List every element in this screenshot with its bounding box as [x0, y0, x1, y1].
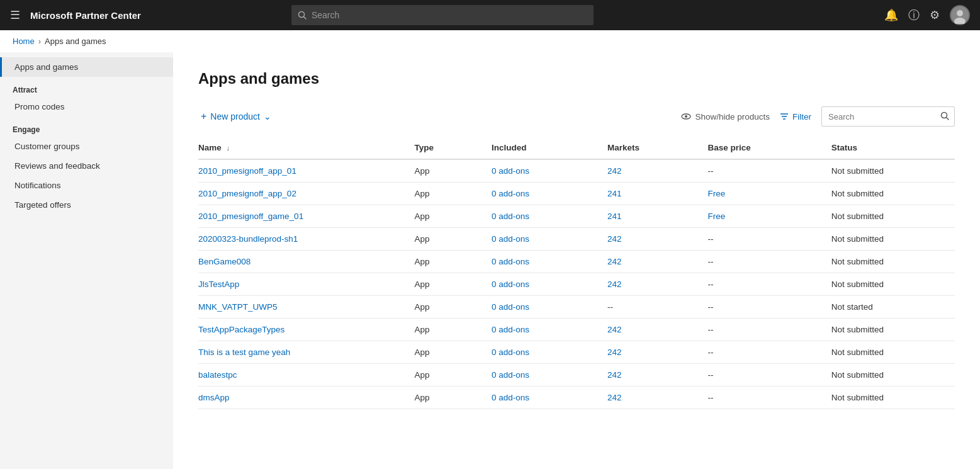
- sidebar-item-notifications[interactable]: Notifications: [0, 176, 173, 195]
- product-base-price: --: [707, 296, 831, 319]
- sidebar-item-customer-groups[interactable]: Customer groups: [0, 137, 173, 156]
- product-type: App: [414, 319, 492, 341]
- help-icon[interactable]: ⓘ: [908, 8, 920, 23]
- product-markets[interactable]: 242: [607, 228, 707, 251]
- product-name-link[interactable]: BenGame008: [198, 257, 251, 266]
- notification-bell-icon[interactable]: 🔔: [884, 8, 898, 22]
- product-base-price: Free: [707, 205, 831, 228]
- product-markets[interactable]: 242: [607, 159, 707, 183]
- hamburger-menu-icon[interactable]: ☰: [10, 8, 20, 22]
- sidebar-item-targeted-offers[interactable]: Targeted offers: [0, 195, 173, 215]
- product-status: Not submitted: [831, 387, 955, 409]
- sidebar-item-reviews-feedback[interactable]: Reviews and feedback: [0, 156, 173, 176]
- table-row: 2010_pmesignoff_app_02App0 add-ons241Fre…: [198, 183, 955, 205]
- product-included[interactable]: 0 add-ons: [492, 273, 607, 296]
- col-header-status[interactable]: Status: [831, 137, 955, 159]
- product-name-link[interactable]: 2010_pmesignoff_app_02: [198, 189, 296, 198]
- new-product-button[interactable]: + New product ⌄: [198, 107, 274, 126]
- product-markets[interactable]: 242: [607, 341, 707, 364]
- product-base-price: --: [707, 159, 831, 183]
- svg-point-6: [685, 115, 687, 118]
- product-name-link[interactable]: balatestpc: [198, 370, 237, 380]
- product-included[interactable]: 0 add-ons: [492, 183, 607, 205]
- sidebar: Apps and games Attract Promo codes Engag…: [0, 52, 173, 469]
- product-base-price: --: [707, 387, 831, 409]
- col-header-markets[interactable]: Markets: [607, 137, 707, 159]
- product-markets[interactable]: 242: [607, 387, 707, 409]
- toolbar-right: Show/hide products Filter: [681, 106, 955, 127]
- page-title: Apps and games: [198, 70, 955, 88]
- sidebar-section-engage: Engage: [0, 116, 173, 137]
- show-hide-products-button[interactable]: Show/hide products: [681, 111, 770, 121]
- table-row: BenGame008App0 add-ons242--Not submitted: [198, 251, 955, 273]
- product-included[interactable]: 0 add-ons: [492, 341, 607, 364]
- sidebar-section-attract: Attract: [0, 77, 173, 97]
- product-name-link[interactable]: JlsTestApp: [198, 280, 239, 289]
- topnav-icon-group: 🔔 ⓘ ⚙: [884, 5, 970, 25]
- table-row: 2010_pmesignoff_app_01App0 add-ons242--N…: [198, 159, 955, 183]
- product-markets[interactable]: 241: [607, 183, 707, 205]
- global-search-input[interactable]: [312, 10, 587, 20]
- product-name-link[interactable]: 2010_pmesignoff_app_01: [198, 166, 296, 176]
- product-included[interactable]: 0 add-ons: [492, 228, 607, 251]
- table-row: TestAppPackageTypesApp0 add-ons242--Not …: [198, 319, 955, 341]
- product-base-price: --: [707, 319, 831, 341]
- product-name-link[interactable]: dmsApp: [198, 393, 230, 402]
- product-included[interactable]: 0 add-ons: [492, 364, 607, 387]
- svg-line-11: [947, 117, 949, 120]
- breadcrumb-separator: ›: [38, 37, 41, 46]
- product-name-link[interactable]: 20200323-bundleprod-sh1: [198, 234, 298, 244]
- product-name-link[interactable]: TestAppPackageTypes: [198, 325, 284, 334]
- product-base-price: --: [707, 251, 831, 273]
- product-markets[interactable]: 241: [607, 205, 707, 228]
- product-type: App: [414, 205, 492, 228]
- product-included[interactable]: 0 add-ons: [492, 387, 607, 409]
- product-name-link[interactable]: MNK_VATPT_UWP5: [198, 302, 278, 312]
- product-status: Not submitted: [831, 341, 955, 364]
- app-title: Microsoft Partner Center: [30, 10, 141, 21]
- product-included[interactable]: 0 add-ons: [492, 251, 607, 273]
- product-type: App: [414, 387, 492, 409]
- product-markets[interactable]: 242: [607, 273, 707, 296]
- global-search-box[interactable]: [291, 5, 594, 25]
- col-header-base-price[interactable]: Base price: [707, 137, 831, 159]
- settings-gear-icon[interactable]: ⚙: [930, 8, 940, 22]
- col-header-type[interactable]: Type: [414, 137, 492, 159]
- product-included[interactable]: 0 add-ons: [492, 319, 607, 341]
- user-avatar[interactable]: [950, 5, 970, 25]
- products-search-input[interactable]: [822, 112, 935, 121]
- product-base-price: Free: [707, 183, 831, 205]
- product-type: App: [414, 296, 492, 319]
- table-row: balatestpcApp0 add-ons242--Not submitted: [198, 364, 955, 387]
- sidebar-item-apps-and-games[interactable]: Apps and games: [0, 57, 173, 77]
- product-status: Not submitted: [831, 273, 955, 296]
- product-base-price: --: [707, 228, 831, 251]
- products-search-button[interactable]: [935, 107, 954, 126]
- product-status: Not submitted: [831, 319, 955, 341]
- plus-icon: +: [201, 111, 206, 122]
- products-search-box[interactable]: [821, 106, 955, 127]
- product-included[interactable]: 0 add-ons: [492, 159, 607, 183]
- product-status: Not submitted: [831, 251, 955, 273]
- table-row: 2010_pmesignoff_game_01App0 add-ons241Fr…: [198, 205, 955, 228]
- product-name-link[interactable]: 2010_pmesignoff_game_01: [198, 212, 303, 221]
- table-row: JlsTestAppApp0 add-ons242--Not submitted: [198, 273, 955, 296]
- filter-icon: [780, 112, 789, 121]
- products-toolbar: + New product ⌄ Show/hide products: [198, 106, 955, 127]
- product-type: App: [414, 183, 492, 205]
- table-row: dmsAppApp0 add-ons242--Not submitted: [198, 387, 955, 409]
- breadcrumb-home[interactable]: Home: [13, 37, 35, 46]
- product-included[interactable]: 0 add-ons: [492, 205, 607, 228]
- product-markets[interactable]: 242: [607, 364, 707, 387]
- col-header-included[interactable]: Included: [492, 137, 607, 159]
- product-included[interactable]: 0 add-ons: [492, 296, 607, 319]
- col-header-name[interactable]: Name ↓: [198, 137, 414, 159]
- product-markets[interactable]: 242: [607, 319, 707, 341]
- product-type: App: [414, 364, 492, 387]
- product-name-link[interactable]: This is a test game yeah: [198, 348, 290, 357]
- sidebar-item-promo-codes[interactable]: Promo codes: [0, 97, 173, 116]
- product-type: App: [414, 273, 492, 296]
- filter-button[interactable]: Filter: [780, 112, 811, 121]
- product-markets[interactable]: 242: [607, 251, 707, 273]
- breadcrumb: Home › Apps and games: [0, 30, 980, 52]
